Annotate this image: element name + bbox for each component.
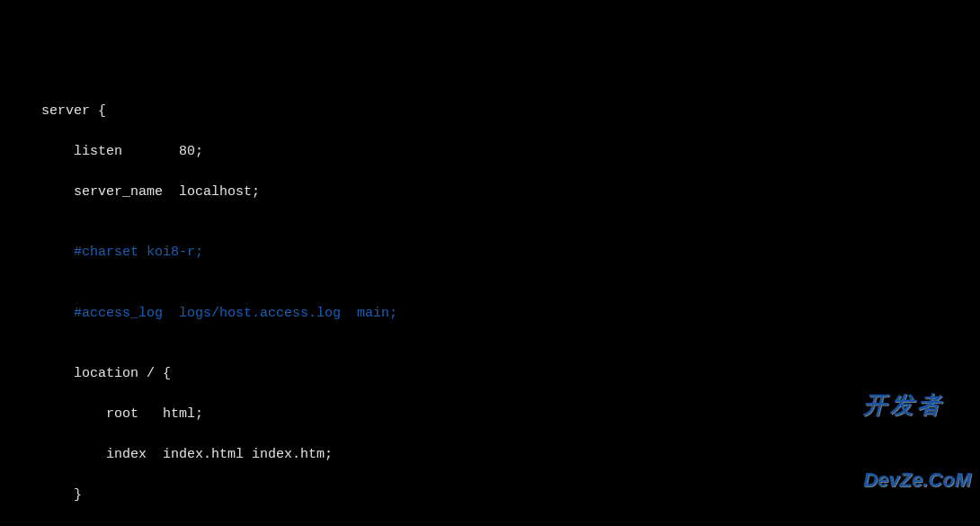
watermark-logo: 开发者 DevZe.CoM: [863, 341, 971, 517]
code-line: server_name localhost;: [9, 183, 971, 203]
code-line: }: [9, 486, 971, 506]
comment-line: #charset koi8-r;: [9, 243, 971, 263]
code-line: server {: [9, 102, 971, 122]
watermark-en: DevZe.CoM: [863, 469, 971, 491]
nginx-config-code: server { listen 80; server_name localhos…: [0, 81, 980, 526]
code-line: index index.html index.htm;: [9, 445, 971, 466]
comment-line: #access_log logs/host.access.log main;: [9, 304, 971, 325]
code-line: location / {: [9, 364, 971, 385]
watermark-cn: 开发者: [863, 392, 971, 418]
code-line: listen 80;: [9, 142, 971, 163]
code-line: root html;: [9, 405, 971, 425]
